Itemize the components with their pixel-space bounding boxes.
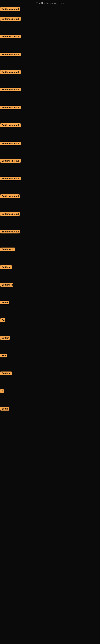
- bottleneck-badge[interactable]: Bottle: [0, 407, 9, 410]
- bottleneck-badge[interactable]: Bottleneck result: [0, 7, 20, 11]
- bottleneck-row: Bottler: [0, 336, 10, 340]
- bottleneck-badge[interactable]: Bottleneck result: [0, 53, 21, 56]
- bottleneck-badge[interactable]: Bottle: [0, 301, 9, 304]
- bottleneck-row: Bo: [0, 318, 5, 323]
- bottleneck-row: Bottleneck r: [0, 248, 15, 252]
- bottleneck-row: Bottleneck result: [0, 53, 21, 57]
- bottleneck-row: Bottleneck result: [0, 70, 21, 75]
- bottleneck-row: Bottleneck result: [0, 230, 20, 234]
- bottleneck-badge[interactable]: Bottlene: [0, 265, 12, 269]
- bottleneck-badge[interactable]: Bottleneck result: [0, 106, 21, 109]
- site-title: TheBottlenecker.com: [0, 0, 100, 6]
- bottleneck-badge[interactable]: Bottleneck result: [0, 194, 20, 198]
- bottleneck-badge[interactable]: Bottleneck r: [0, 248, 15, 251]
- bottleneck-row: Bottleneck result: [0, 194, 20, 199]
- bottleneck-badge[interactable]: Bottleneck result: [0, 88, 21, 91]
- bottleneck-row: B: [0, 389, 3, 394]
- bottleneck-row: Bott: [0, 354, 7, 358]
- bottleneck-row: Bottleneck: [0, 283, 13, 288]
- bottleneck-badge[interactable]: Bottleneck result: [0, 177, 21, 180]
- bottleneck-row: Bottleneck result: [0, 17, 21, 22]
- bottleneck-badge[interactable]: Bottleneck result: [0, 123, 21, 127]
- bottleneck-row: Bottlene: [0, 265, 12, 270]
- bottleneck-badge[interactable]: Bottleneck result: [0, 212, 20, 216]
- bottleneck-row: Bottleneck result: [0, 177, 21, 181]
- bottleneck-row: Bottleneck result: [0, 159, 21, 164]
- bottleneck-badge[interactable]: Bottleneck result: [0, 230, 20, 234]
- bottleneck-badge[interactable]: Bottler: [0, 336, 10, 340]
- bottleneck-badge[interactable]: Bottleneck: [0, 283, 13, 286]
- bottleneck-badge[interactable]: Bottlene: [0, 372, 12, 375]
- bottleneck-row: Bottleneck result: [0, 106, 21, 110]
- bottleneck-badge[interactable]: Bottleneck result: [0, 142, 21, 145]
- bottleneck-row: Bottleneck result: [0, 142, 21, 146]
- bottleneck-badge[interactable]: B: [0, 389, 3, 393]
- bottleneck-badge[interactable]: Bottleneck result: [0, 34, 21, 38]
- bottleneck-badge[interactable]: Bottleneck result: [0, 17, 21, 21]
- bottleneck-badge[interactable]: Bott: [0, 354, 7, 358]
- bottleneck-row: Bottleneck result: [0, 88, 21, 92]
- bottleneck-row: Bottleneck result: [0, 123, 21, 128]
- bottleneck-badge[interactable]: Bottleneck result: [0, 70, 21, 74]
- bottleneck-row: Bottle: [0, 407, 9, 411]
- bottleneck-badge[interactable]: Bottleneck result: [0, 159, 21, 162]
- bottleneck-row: Bottleneck result: [0, 212, 20, 216]
- bottleneck-badge[interactable]: Bo: [0, 318, 5, 322]
- bottleneck-row: Bottlene: [0, 372, 12, 376]
- bottleneck-row: Bottleneck result: [0, 34, 21, 39]
- bottleneck-row: Bottleneck result: [0, 7, 20, 12]
- bottleneck-row: Bottle: [0, 301, 9, 305]
